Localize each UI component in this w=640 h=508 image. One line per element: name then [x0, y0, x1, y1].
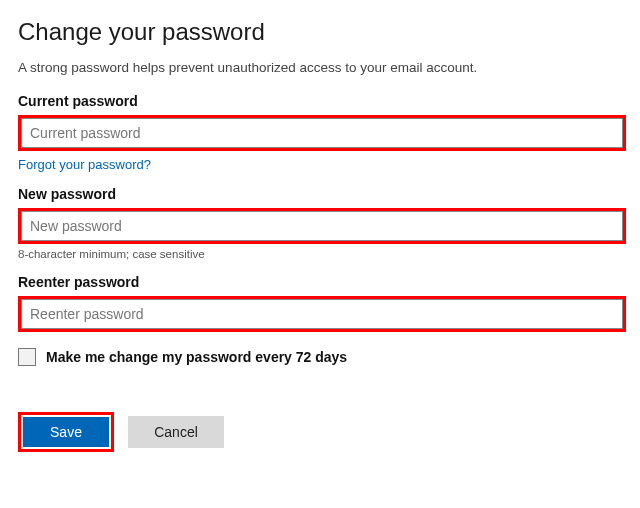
new-password-hint: 8-character minimum; case sensitive: [18, 248, 626, 260]
forgot-password-link[interactable]: Forgot your password?: [18, 157, 151, 172]
button-row: Save Cancel: [18, 412, 626, 452]
reenter-password-highlight: [18, 296, 626, 332]
new-password-label: New password: [18, 186, 626, 202]
new-password-input[interactable]: [21, 211, 623, 241]
save-button-highlight: Save: [18, 412, 114, 452]
periodic-change-label: Make me change my password every 72 days: [46, 349, 347, 365]
reenter-password-input[interactable]: [21, 299, 623, 329]
new-password-highlight: [18, 208, 626, 244]
periodic-change-checkbox[interactable]: [18, 348, 36, 366]
periodic-change-row: Make me change my password every 72 days: [18, 348, 626, 366]
page-subtitle: A strong password helps prevent unauthor…: [18, 60, 626, 75]
page-title: Change your password: [18, 18, 626, 46]
current-password-input[interactable]: [21, 118, 623, 148]
save-button[interactable]: Save: [23, 417, 109, 447]
reenter-password-label: Reenter password: [18, 274, 626, 290]
current-password-highlight: [18, 115, 626, 151]
cancel-button[interactable]: Cancel: [128, 416, 224, 448]
current-password-label: Current password: [18, 93, 626, 109]
